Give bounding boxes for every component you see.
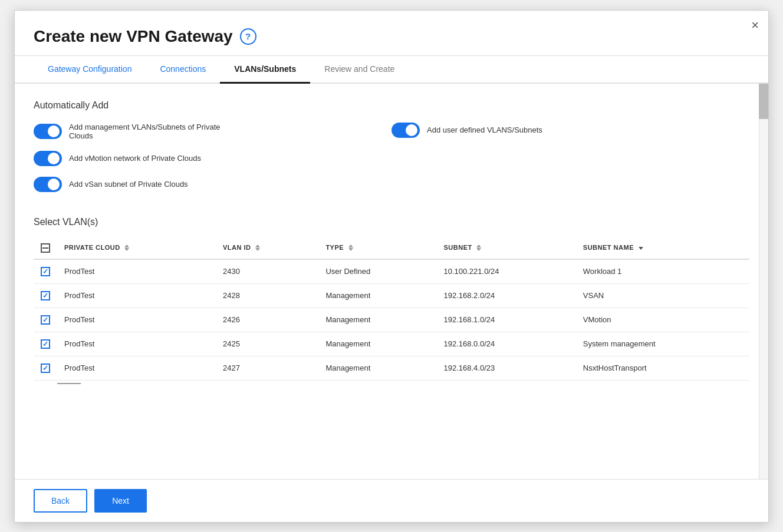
table-row: ✓ ProdTest 2427 Management 192.168.4.0/2… — [34, 356, 749, 380]
dialog-title-text: Create new VPN Gateway — [34, 27, 233, 46]
close-button[interactable]: × — [751, 19, 759, 32]
row-subnet-name-0: Workload 1 — [576, 259, 749, 284]
sort-subnet-name-icon — [639, 247, 643, 250]
vlan-table: PRIVATE CLOUD VLAN ID — [34, 237, 749, 381]
row-subnet-3: 192.168.0.0/24 — [436, 332, 575, 356]
toggle-management[interactable] — [34, 124, 62, 139]
row-private-cloud-3: ProdTest — [57, 332, 216, 356]
dialog-header: Create new VPN Gateway ? — [15, 11, 768, 56]
sort-type-icon — [348, 244, 353, 251]
row-vlan-id-2: 2426 — [216, 308, 318, 332]
dialog-footer: Back Next — [15, 479, 768, 522]
row-subnet-2: 192.168.1.0/24 — [436, 308, 575, 332]
row-checkbox-col-2[interactable]: ✓ — [34, 308, 57, 332]
toggles-grid: Add management VLANs/Subnets of Private … — [34, 123, 749, 203]
scrollbar-track[interactable] — [759, 84, 768, 479]
tab-gateway-configuration[interactable]: Gateway Configuration — [34, 56, 146, 84]
row-checkbox-4[interactable]: ✓ — [41, 364, 50, 373]
tab-bar: Gateway Configuration Connections VLANs/… — [15, 56, 768, 84]
left-toggles: Add management VLANs/Subnets of Private … — [34, 123, 392, 203]
tab-review-create[interactable]: Review and Create — [310, 56, 409, 84]
row-subnet-4: 192.168.4.0/23 — [436, 356, 575, 380]
vlan-table-wrapper: PRIVATE CLOUD VLAN ID — [34, 237, 749, 384]
row-private-cloud-0: ProdTest — [57, 259, 216, 284]
dialog-body: Automatically Add Add management VLANs/S… — [15, 84, 768, 479]
table-row: ✓ ProdTest 2426 Management 192.168.1.0/2… — [34, 308, 749, 332]
col-type[interactable]: TYPE — [318, 237, 436, 259]
row-subnet-1: 192.168.2.0/24 — [436, 283, 575, 308]
table-row: ✓ ProdTest 2425 Management 192.168.0.0/2… — [34, 332, 749, 356]
next-button[interactable]: Next — [94, 489, 147, 513]
toggle-row-management: Add management VLANs/Subnets of Private … — [34, 123, 392, 140]
row-type-0: User Defined — [318, 259, 436, 284]
table-row: ✓ ProdTest 2430 User Defined 10.100.221.… — [34, 259, 749, 284]
select-all-checkbox[interactable] — [41, 243, 50, 253]
back-button[interactable]: Back — [34, 489, 87, 513]
select-vlan-title: Select VLAN(s) — [34, 217, 749, 227]
row-type-3: Management — [318, 332, 436, 356]
col-subnet[interactable]: SUBNET — [436, 237, 575, 259]
row-checkbox-col-1[interactable]: ✓ — [34, 283, 57, 308]
tab-vlans-subnets[interactable]: VLANs/Subnets — [220, 56, 310, 84]
row-checkbox-col-4[interactable]: ✓ — [34, 356, 57, 380]
toggle-user-defined-label: Add user defined VLANS/Subnets — [427, 125, 542, 134]
row-subnet-name-3: System management — [576, 332, 749, 356]
toggle-vsan-label: Add vSan subnet of Private Clouds — [69, 180, 188, 189]
row-private-cloud-2: ProdTest — [57, 308, 216, 332]
row-checkbox-0[interactable]: ✓ — [41, 267, 50, 276]
row-checkbox-col-0[interactable]: ✓ — [34, 259, 57, 284]
row-checkbox-col-3[interactable]: ✓ — [34, 332, 57, 356]
sort-private-cloud-icon — [124, 244, 129, 251]
row-vlan-id-0: 2430 — [216, 259, 318, 284]
help-icon[interactable]: ? — [240, 28, 256, 45]
toggle-management-label: Add management VLANs/Subnets of Private … — [69, 123, 234, 140]
toggle-vmotion-label: Add vMotion network of Private Clouds — [69, 154, 201, 163]
col-subnet-name[interactable]: SUBNET NAME — [576, 237, 749, 259]
row-type-4: Management — [318, 356, 436, 380]
header-checkbox-col[interactable] — [34, 237, 57, 259]
table-body: ✓ ProdTest 2430 User Defined 10.100.221.… — [34, 259, 749, 381]
table-row: ✓ ProdTest 2428 Management 192.168.2.0/2… — [34, 283, 749, 308]
row-type-1: Management — [318, 283, 436, 308]
row-vlan-id-3: 2425 — [216, 332, 318, 356]
row-subnet-name-1: VSAN — [576, 283, 749, 308]
create-vpn-gateway-dialog: × Create new VPN Gateway ? Gateway Confi… — [14, 10, 769, 523]
sort-subnet-icon — [476, 244, 481, 251]
row-checkbox-2[interactable]: ✓ — [41, 315, 50, 325]
col-vlan-id[interactable]: VLAN ID — [216, 237, 318, 259]
col-private-cloud[interactable]: PRIVATE CLOUD — [57, 237, 216, 259]
row-subnet-name-4: NsxtHostTransport — [576, 356, 749, 380]
automatically-add-title: Automatically Add — [34, 100, 749, 111]
right-toggles: Add user defined VLANS/Subnets — [392, 123, 749, 203]
toggle-vmotion[interactable] — [34, 151, 62, 166]
row-subnet-0: 10.100.221.0/24 — [436, 259, 575, 284]
toggle-user-defined[interactable] — [392, 123, 420, 138]
toggle-vsan[interactable] — [34, 177, 62, 192]
row-vlan-id-1: 2428 — [216, 283, 318, 308]
row-checkbox-1[interactable]: ✓ — [41, 291, 50, 300]
row-private-cloud-4: ProdTest — [57, 356, 216, 380]
dialog-title: Create new VPN Gateway ? — [34, 27, 749, 46]
toggle-row-vsan: Add vSan subnet of Private Clouds — [34, 177, 392, 192]
tab-connections[interactable]: Connections — [146, 56, 220, 84]
row-vlan-id-4: 2427 — [216, 356, 318, 380]
scrollbar-thumb[interactable] — [759, 84, 768, 119]
table-header: PRIVATE CLOUD VLAN ID — [34, 237, 749, 259]
row-private-cloud-1: ProdTest — [57, 283, 216, 308]
table-bottom-line — [57, 383, 81, 384]
row-checkbox-3[interactable]: ✓ — [41, 339, 50, 349]
row-type-2: Management — [318, 308, 436, 332]
toggle-row-user-defined: Add user defined VLANS/Subnets — [392, 123, 749, 138]
row-subnet-name-2: VMotion — [576, 308, 749, 332]
toggle-row-vmotion: Add vMotion network of Private Clouds — [34, 151, 392, 166]
sort-vlan-id-icon — [255, 244, 260, 251]
